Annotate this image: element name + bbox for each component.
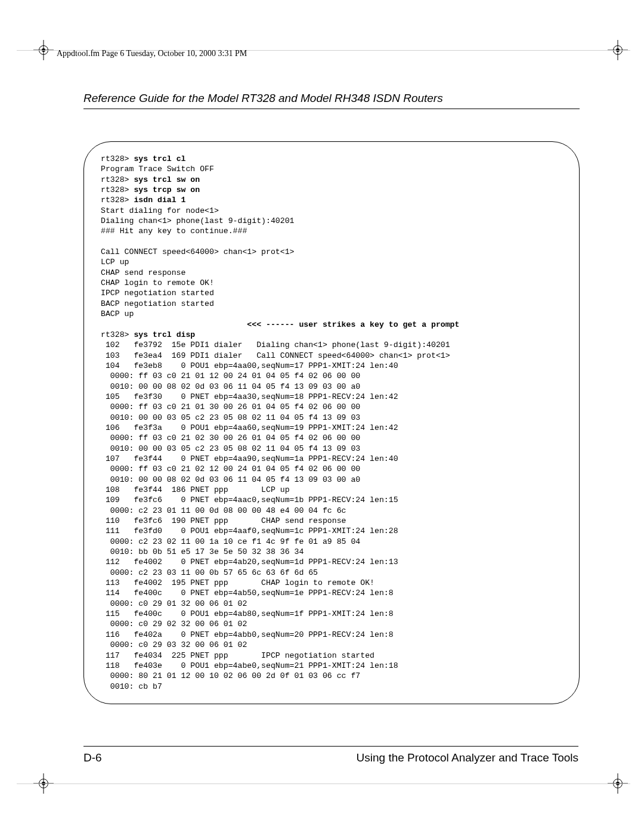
code-panel: rt328> sys trcl cl Program Trace Switch … [83, 141, 580, 704]
code-line-4: rt328> sys trcp sw on [101, 185, 200, 194]
document-title: Reference Guide for the Model RT328 and … [83, 92, 443, 104]
code-line-13: CHAP login to remote OK! [101, 278, 214, 287]
code-line-11: LCP up [101, 258, 129, 267]
code-line-15: BACP negotiation started [101, 299, 214, 308]
print-header: Appdtool.fm Page 6 Tuesday, October 10, … [57, 49, 247, 58]
footer-left: D-6 [83, 751, 102, 764]
code-line-5: rt328> isdn dial 1 [101, 196, 185, 205]
code-line-12: CHAP send response [101, 268, 185, 277]
code-line-16: BACP up [101, 309, 134, 318]
code-line-14: IPCP negotiation started [101, 289, 214, 298]
code-line-3: rt328> sys trcl sw on [101, 175, 200, 184]
code-line-2: Program Trace Switch OFF [101, 165, 214, 174]
title-block: Reference Guide for the Model RT328 and … [83, 92, 580, 109]
code-line-8: ### Hit any key to continue.### [101, 227, 247, 236]
page: Appdtool.fm Page 6 Tuesday, October 10, … [0, 0, 644, 833]
footer-right: Using the Protocol Analyzer and Trace To… [357, 751, 578, 764]
trace-output: 102 fe3792 15e PDI1 dialer Dialing chan<… [101, 340, 450, 690]
code-line-disp: rt328> sys trcl disp [101, 330, 195, 339]
code-line-6: Start dialing for node<1> [101, 206, 219, 215]
page-footer: D-6 Using the Protocol Analyzer and Trac… [83, 746, 578, 764]
code-prompt-note: <<< ------ user strikes a key to get a p… [101, 320, 459, 329]
code-line-1: rt328> sys trcl cl [101, 154, 185, 163]
code-line-7: Dialing chan<1> phone(last 9-digit):4020… [101, 216, 294, 225]
code-line-10: Call CONNECT speed<64000> chan<1> prot<1… [101, 247, 294, 256]
